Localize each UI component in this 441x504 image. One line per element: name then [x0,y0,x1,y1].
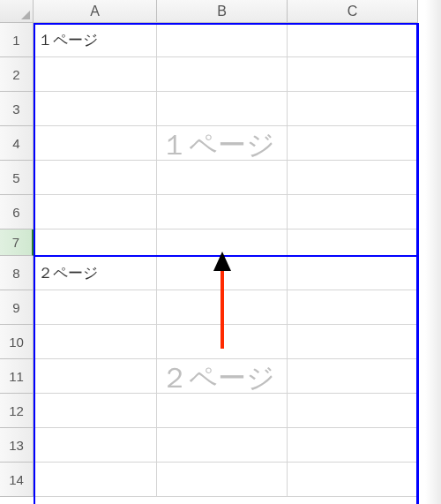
cell-C2[interactable] [288,57,418,92]
row [34,229,418,256]
cell-grid: １ページ２ページ [34,23,418,497]
row-header-3[interactable]: 3 [0,92,34,126]
cell-B1[interactable] [157,23,288,57]
cell-C4[interactable] [288,126,418,161]
page-break-top [34,23,418,25]
row-header-11[interactable]: 11 [0,359,34,394]
cell-C6[interactable] [288,195,418,229]
cell-A4[interactable] [34,126,157,161]
row [34,359,418,394]
row [34,195,418,229]
row [34,92,418,126]
select-all-corner[interactable] [0,0,34,23]
cell-B4[interactable] [157,126,288,161]
row-header-13[interactable]: 13 [0,428,34,463]
row [34,290,418,325]
cell-A8[interactable]: ２ページ [34,256,157,290]
row: １ページ [34,23,418,57]
row [34,325,418,359]
row [34,161,418,195]
spreadsheet: ABC 1234567891011121314 １ページ２ページ １ページ ２ペ… [0,0,441,504]
row [34,57,418,92]
cell-C9[interactable] [288,290,418,325]
row-header-6[interactable]: 6 [0,195,34,229]
cell-A12[interactable] [34,394,157,428]
cell-B5[interactable] [157,161,288,195]
cell-C14[interactable] [288,463,418,497]
cell-C11[interactable] [288,359,418,394]
column-headers: ABC [34,0,418,23]
cell-B10[interactable] [157,325,288,359]
row-header-1[interactable]: 1 [0,23,34,57]
cell-B9[interactable] [157,290,288,325]
row: ２ページ [34,256,418,290]
column-header-C[interactable]: C [288,0,418,23]
row [34,126,418,161]
row-header-5[interactable]: 5 [0,161,34,195]
row-header-2[interactable]: 2 [0,57,34,92]
row-header-8[interactable]: 8 [0,256,34,290]
cell-A10[interactable] [34,325,157,359]
cell-B14[interactable] [157,463,288,497]
cell-B7[interactable] [157,229,288,256]
cell-C8[interactable] [288,256,418,290]
row-header-9[interactable]: 9 [0,290,34,325]
row-header-14[interactable]: 14 [0,463,34,497]
cell-A6[interactable] [34,195,157,229]
row-headers: 1234567891011121314 [0,23,34,497]
cell-B3[interactable] [157,92,288,126]
cell-C3[interactable] [288,92,418,126]
cell-C1[interactable] [288,23,418,57]
cell-C12[interactable] [288,394,418,428]
row-header-7[interactable]: 7 [0,229,34,256]
row-header-12[interactable]: 12 [0,394,34,428]
row-header-4[interactable]: 4 [0,126,34,161]
cell-A3[interactable] [34,92,157,126]
cell-C5[interactable] [288,161,418,195]
cell-B6[interactable] [157,195,288,229]
cell-C10[interactable] [288,325,418,359]
cell-B13[interactable] [157,428,288,463]
cell-A5[interactable] [34,161,157,195]
column-header-B[interactable]: B [157,0,288,23]
row-header-10[interactable]: 10 [0,325,34,359]
column-header-A[interactable]: A [34,0,157,23]
page-break-left [34,23,35,504]
row [34,394,418,428]
page-break-middle[interactable] [34,255,418,257]
cell-A2[interactable] [34,57,157,92]
cell-A1[interactable]: １ページ [34,23,157,57]
cell-A14[interactable] [34,463,157,497]
cell-B12[interactable] [157,394,288,428]
cell-C7[interactable] [288,229,418,256]
cell-A7[interactable] [34,229,157,256]
cell-A11[interactable] [34,359,157,394]
cell-B11[interactable] [157,359,288,394]
cell-B8[interactable] [157,256,288,290]
row [34,428,418,463]
cell-A13[interactable] [34,428,157,463]
row [34,463,418,497]
page-break-right[interactable] [416,23,419,504]
cell-B2[interactable] [157,57,288,92]
cell-C13[interactable] [288,428,418,463]
cell-A9[interactable] [34,290,157,325]
right-shadow [425,0,441,504]
